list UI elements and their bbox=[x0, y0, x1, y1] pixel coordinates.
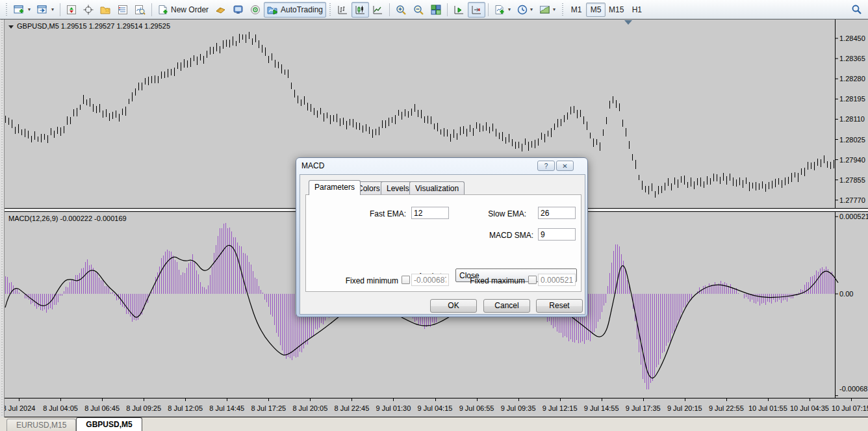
time-axis-label: 9 Jul 06:55 bbox=[459, 404, 494, 412]
auto-scroll-button[interactable] bbox=[450, 2, 468, 18]
timeframe-label: H1 bbox=[632, 5, 642, 14]
templates-button[interactable]: ▾ bbox=[536, 2, 559, 18]
line-chart-style-button[interactable] bbox=[369, 2, 387, 18]
time-axis-label: 8 Jul 14:45 bbox=[209, 404, 244, 412]
new-chart-button[interactable]: ▾ bbox=[10, 2, 34, 18]
navigator-button[interactable] bbox=[97, 2, 114, 18]
crosshair-icon bbox=[83, 5, 94, 15]
time-axis-tick bbox=[477, 398, 478, 401]
chevron-down-icon: ▾ bbox=[553, 7, 555, 12]
time-axis-label: 10 Jul 07:15 bbox=[832, 404, 868, 412]
timeframe-m1-button[interactable]: M1 bbox=[567, 3, 586, 17]
dialog-client-area: Parameters Colors Levels Visualization F… bbox=[300, 174, 585, 315]
search-button[interactable] bbox=[848, 2, 865, 18]
profiles-button[interactable]: ▾ bbox=[34, 2, 57, 18]
new-order-button[interactable]: New Order bbox=[155, 2, 212, 18]
experts-button[interactable] bbox=[229, 2, 247, 18]
chart-shift-button[interactable] bbox=[468, 2, 485, 18]
collapse-pane-icon[interactable] bbox=[8, 25, 14, 29]
mt4-window: ▾ ▾ New Order bbox=[0, 0, 868, 431]
cancel-button[interactable]: Cancel bbox=[483, 299, 530, 313]
timeframe-h1-button[interactable]: H1 bbox=[627, 3, 646, 17]
chart-tab-eurusd-m15[interactable]: EURUSD,M15 bbox=[6, 419, 76, 431]
chevron-down-icon: ▾ bbox=[508, 7, 511, 12]
macd-sma-input[interactable] bbox=[538, 228, 576, 241]
fixed-maximum-input[interactable] bbox=[538, 274, 576, 286]
time-axis-tick bbox=[227, 398, 227, 401]
price-axis-label: 1.28280 bbox=[839, 75, 865, 83]
autotrading-label: AutoTrading bbox=[281, 5, 323, 14]
chart-symbol-title[interactable]: GBPUSD,M5 1.29515 1.29527 1.29514 1.2952… bbox=[8, 22, 170, 30]
toolbar-grip[interactable] bbox=[328, 3, 332, 16]
time-axis[interactable]: 8 Jul 20248 Jul 04:058 Jul 06:458 Jul 09… bbox=[0, 398, 868, 417]
dialog-title: MACD bbox=[301, 158, 324, 174]
chart-shift-marker-icon[interactable] bbox=[624, 20, 632, 25]
fixed-maximum-label: Fixed maximum bbox=[460, 276, 525, 285]
time-axis-label: 8 Jul 2024 bbox=[3, 404, 36, 412]
indicators-icon bbox=[494, 5, 505, 15]
reset-button[interactable]: Reset bbox=[536, 299, 583, 313]
time-axis-label: 10 Jul 04:35 bbox=[790, 404, 829, 412]
macd-sma-label: MACD SMA: bbox=[468, 231, 533, 240]
symbol-ohlc-text: GBPUSD,M5 1.29515 1.29527 1.29514 1.2952… bbox=[17, 22, 170, 30]
ok-button[interactable]: OK bbox=[430, 299, 477, 313]
chart-tab-gbpusd-m5[interactable]: GBPUSD,M5 bbox=[76, 417, 142, 431]
bar-chart-style-button[interactable] bbox=[334, 2, 351, 18]
time-axis-label: 9 Jul 04:15 bbox=[418, 404, 453, 412]
toolbar-grip[interactable] bbox=[561, 3, 565, 16]
time-axis-tick bbox=[351, 398, 352, 401]
market-watch-icon bbox=[66, 5, 77, 15]
fixed-minimum-input[interactable] bbox=[411, 274, 449, 286]
time-axis-tick bbox=[60, 398, 61, 401]
tab-visualization[interactable]: Visualization bbox=[409, 181, 465, 194]
new-order-icon bbox=[158, 5, 169, 15]
market-watch-button[interactable] bbox=[63, 2, 80, 18]
time-axis-label: 8 Jul 09:25 bbox=[126, 404, 161, 412]
data-window-button[interactable] bbox=[80, 2, 97, 18]
time-axis-tick bbox=[602, 398, 602, 401]
toolbar-grip[interactable] bbox=[5, 3, 8, 16]
price-axis-label: 1.28365 bbox=[839, 55, 865, 62]
tab-parameters[interactable]: Parameters bbox=[309, 180, 361, 195]
toolbar-separator bbox=[488, 3, 489, 16]
fast-ema-label: Fast EMA: bbox=[341, 209, 406, 218]
timeframe-label: M5 bbox=[591, 5, 602, 14]
toolbar-separator bbox=[389, 3, 390, 16]
time-axis-label: 9 Jul 20:15 bbox=[667, 404, 702, 412]
price-axis-label: 1.27940 bbox=[839, 156, 865, 164]
fixed-minimum-checkbox[interactable] bbox=[402, 276, 410, 284]
tile-windows-button[interactable] bbox=[428, 2, 444, 18]
zoom-out-icon bbox=[413, 5, 424, 15]
indicators-button[interactable]: ▾ bbox=[491, 2, 514, 18]
slow-ema-input[interactable] bbox=[538, 207, 576, 219]
fast-ema-input[interactable] bbox=[411, 207, 449, 219]
zoom-in-button[interactable] bbox=[392, 2, 410, 18]
dialog-close-icon[interactable]: ✕ bbox=[556, 161, 574, 171]
metaeditor-button[interactable] bbox=[212, 2, 229, 18]
news-button[interactable] bbox=[247, 2, 264, 18]
time-axis-label: 8 Jul 12:05 bbox=[168, 404, 203, 412]
timeframe-label: M15 bbox=[609, 5, 624, 14]
time-axis-tick bbox=[810, 398, 810, 401]
new-order-label: New Order bbox=[171, 5, 209, 14]
periods-button[interactable]: ▾ bbox=[514, 2, 536, 18]
slow-ema-label: Slow EMA: bbox=[461, 209, 526, 218]
time-axis-tick bbox=[102, 398, 103, 401]
parameters-tab-page: Fast EMA: Slow EMA: MACD SMA: Apply to: … bbox=[305, 194, 581, 292]
fixed-maximum-checkbox[interactable] bbox=[528, 276, 537, 284]
timeframe-m15-button[interactable]: M15 bbox=[606, 3, 627, 17]
expert-advisor-icon bbox=[233, 5, 244, 15]
time-axis-label: 8 Jul 04:05 bbox=[43, 404, 78, 412]
price-axis-label: 1.27770 bbox=[839, 196, 865, 204]
autotrading-button[interactable]: AutoTrading bbox=[264, 2, 326, 18]
terminal-button[interactable] bbox=[114, 2, 131, 18]
bar-chart-icon bbox=[337, 5, 348, 15]
timeframe-m5-button[interactable]: M5 bbox=[586, 3, 606, 17]
dialog-help-button[interactable]: ? bbox=[537, 161, 555, 171]
time-axis-label: 9 Jul 12:15 bbox=[542, 404, 578, 412]
price-axis-label: 1.28110 bbox=[839, 115, 865, 123]
time-axis-label: 8 Jul 17:25 bbox=[251, 404, 286, 412]
candlestick-style-button[interactable] bbox=[351, 2, 369, 18]
zoom-out-button[interactable] bbox=[410, 2, 428, 18]
strategy-tester-button[interactable] bbox=[131, 2, 149, 18]
